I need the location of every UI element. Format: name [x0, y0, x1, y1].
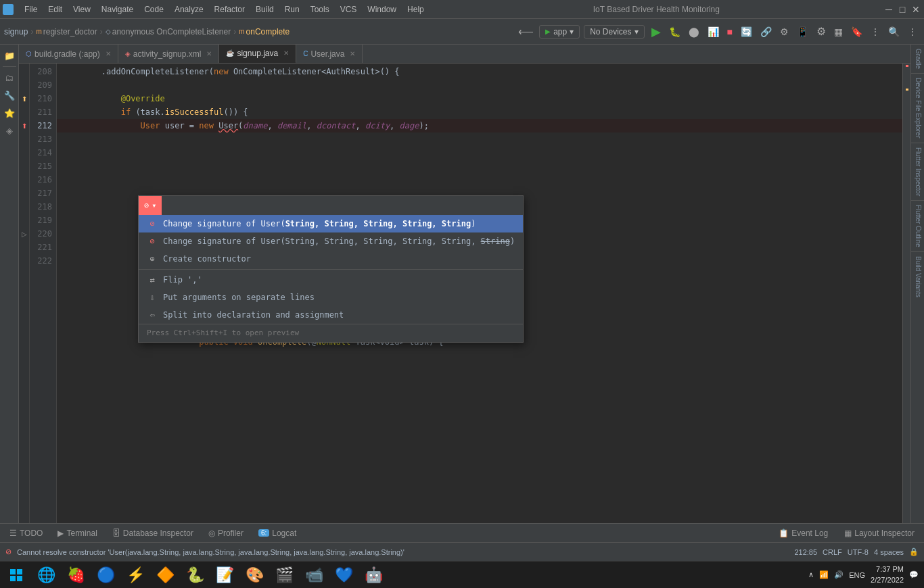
extra-button[interactable]: ⋮	[905, 25, 920, 39]
taskbar-arduino[interactable]: 🔵	[92, 562, 119, 589]
sidebar-favorites-icon[interactable]: ⭐	[1, 105, 18, 121]
sdk-button[interactable]: ⚙	[777, 25, 791, 39]
minimize-button[interactable]: ─	[883, 4, 894, 15]
flutter-outline-label[interactable]: Flutter Outline	[911, 201, 924, 251]
settings-button[interactable]: ⚙	[814, 24, 829, 39]
tray-hide-icon[interactable]: ∧	[808, 570, 814, 579]
taskbar-raspberry[interactable]: 🍓	[62, 562, 89, 589]
menu-edit[interactable]: Edit	[43, 3, 68, 16]
breadcrumb-signup[interactable]: signup	[4, 27, 28, 36]
menu-build[interactable]: Build	[250, 3, 279, 16]
menu-run[interactable]: Run	[279, 3, 305, 16]
tab-activity-signup[interactable]: ◈ activity_signup.xml ✕	[118, 45, 220, 64]
sidebar-build-variants-icon[interactable]: ◈	[1, 122, 18, 139]
menu-vcs[interactable]: VCS	[335, 3, 363, 16]
line-num-214: 214	[30, 146, 56, 160]
menu-refactor[interactable]: Refactor	[209, 3, 250, 16]
menu-view[interactable]: View	[68, 3, 96, 16]
profile-button[interactable]: 📊	[705, 25, 722, 39]
tab-event-log[interactable]: 📋 Event Log	[772, 524, 835, 543]
tab-todo[interactable]: ☰ TODO	[3, 524, 49, 543]
context-menu-item-split[interactable]: ⇦ Split into declaration and assignment	[139, 306, 523, 324]
status-position[interactable]: 212:85	[794, 548, 817, 556]
clock-time: 7:37 PM	[871, 564, 904, 574]
taskbar-vscode[interactable]: 💙	[330, 562, 357, 589]
device-dropdown[interactable]: No Devices ▾	[584, 25, 644, 39]
menu-window[interactable]: Window	[362, 3, 402, 16]
context-menu-item-put-args[interactable]: ⇩ Put arguments on separate lines	[139, 289, 523, 306]
status-indent[interactable]: 4 spaces	[874, 548, 904, 556]
menu-file[interactable]: File	[19, 3, 43, 16]
bookmark-button[interactable]: 🔖	[848, 25, 865, 39]
sidebar-structure-icon[interactable]: 🔧	[1, 87, 18, 103]
taskbar-notion[interactable]: 📝	[211, 562, 238, 589]
gutter-fold-221[interactable]: ▷	[22, 230, 27, 238]
context-menu-item-flip[interactable]: ⇄ Flip ','	[139, 271, 523, 289]
attach-button[interactable]: 🔗	[758, 25, 775, 39]
taskbar-chrome[interactable]: 🌐	[32, 562, 60, 589]
error-badge-button[interactable]: ⊘ ▾	[139, 196, 162, 215]
breadcrumb-register-doctor[interactable]: register_doctor	[43, 27, 97, 36]
gradle-panel-label[interactable]: Gradle	[911, 45, 924, 73]
tab-signup-java[interactable]: ☕ signup.java ✕	[219, 45, 296, 64]
more-button[interactable]: ⋮	[868, 25, 883, 39]
taskbar-android-studio[interactable]: 🤖	[360, 562, 387, 589]
right-scrollbar[interactable]	[902, 64, 910, 523]
tab-layout-inspector[interactable]: ▦ Layout Inspector	[837, 524, 921, 543]
status-encoding[interactable]: UTF-8	[848, 548, 869, 556]
tab-profiler[interactable]: ◎ Profiler	[202, 524, 250, 543]
database-icon: 🗄	[112, 529, 120, 538]
debug-button[interactable]: 🐛	[666, 25, 683, 39]
tab-close-signup[interactable]: ✕	[283, 49, 289, 57]
tab-close-gradle[interactable]: ✕	[106, 50, 111, 57]
build-variants-label[interactable]: Build Variants	[911, 252, 924, 301]
avd-button[interactable]: 📱	[794, 25, 811, 39]
tab-database-inspector[interactable]: 🗄 Database Inspector	[106, 524, 200, 543]
menu-bar: File Edit View Navigate Code Analyze Ref…	[0, 0, 924, 19]
menu-tools[interactable]: Tools	[305, 3, 335, 16]
sync-button[interactable]: 🔄	[738, 25, 755, 39]
notification-icon[interactable]: 💬	[909, 570, 919, 579]
tray-network-icon[interactable]: 📶	[819, 570, 829, 579]
taskbar-photoshop[interactable]: 🎨	[241, 562, 268, 589]
stop-button[interactable]: ■	[724, 25, 735, 39]
context-menu-item-change-sig-1[interactable]: ⊘ Change signature of User(String, Strin…	[139, 215, 523, 232]
close-button[interactable]: ✕	[910, 4, 921, 15]
tab-user-java[interactable]: C User.java ✕	[296, 45, 363, 64]
menu-navigate[interactable]: Navigate	[96, 3, 139, 16]
sidebar-resource-icon[interactable]: 🗂	[1, 70, 18, 86]
tab-build-gradle[interactable]: ⬡ build.gradle (:app) ✕	[19, 45, 118, 64]
tray-lang[interactable]: ENG	[849, 571, 865, 579]
sidebar-project-icon[interactable]: 📁	[1, 47, 18, 64]
taskbar-premiere[interactable]: 🎬	[271, 562, 298, 589]
device-file-explorer-label[interactable]: Device File Explorer	[911, 74, 924, 142]
search-button[interactable]: 🔍	[885, 25, 902, 39]
menu-analyze[interactable]: Analyze	[169, 3, 209, 16]
status-line-ending[interactable]: CRLF	[823, 548, 842, 556]
tab-close-user[interactable]: ✕	[350, 50, 355, 57]
breadcrumb-oncomplete[interactable]: onComplete	[246, 27, 290, 36]
context-menu-item-change-sig-2[interactable]: ⊘ Change signature of User(String, Strin…	[139, 232, 523, 250]
flutter-inspector-label[interactable]: Flutter Inspector	[911, 143, 924, 200]
taskbar-pycharm[interactable]: 🐍	[181, 562, 208, 589]
taskbar-flash[interactable]: ⚡	[122, 562, 149, 589]
start-button[interactable]	[5, 564, 27, 586]
tray-sound-icon[interactable]: 🔊	[834, 570, 844, 579]
run-button[interactable]: ▶	[649, 24, 664, 39]
coverage-button[interactable]: ⬤	[686, 25, 702, 39]
breadcrumb-listener[interactable]: anonymous OnCompleteListener	[112, 27, 231, 36]
tab-logcat[interactable]: 6: Logcat	[252, 524, 303, 543]
taskbar-jetbrains[interactable]: 🔶	[152, 562, 179, 589]
taskbar-clock[interactable]: 7:37 PM 2/27/2022	[871, 564, 904, 585]
taskbar-zoom[interactable]: 📹	[300, 562, 327, 589]
taskbar-tray: ∧ 📶 🔊 ENG 7:37 PM 2/27/2022 💬	[808, 564, 919, 585]
menu-help[interactable]: Help	[402, 3, 430, 16]
menu-code[interactable]: Code	[139, 3, 169, 16]
tab-close-xml[interactable]: ✕	[206, 50, 212, 57]
layout-button[interactable]: ▦	[831, 25, 846, 39]
app-dropdown[interactable]: ▶ app ▾	[539, 25, 580, 39]
navigate-back-button[interactable]: ⟵	[515, 24, 536, 39]
tab-terminal[interactable]: ▶ Terminal	[51, 524, 103, 543]
maximize-button[interactable]: □	[897, 4, 908, 15]
context-menu-item-create-constructor[interactable]: ⊕ Create constructor	[139, 250, 523, 268]
